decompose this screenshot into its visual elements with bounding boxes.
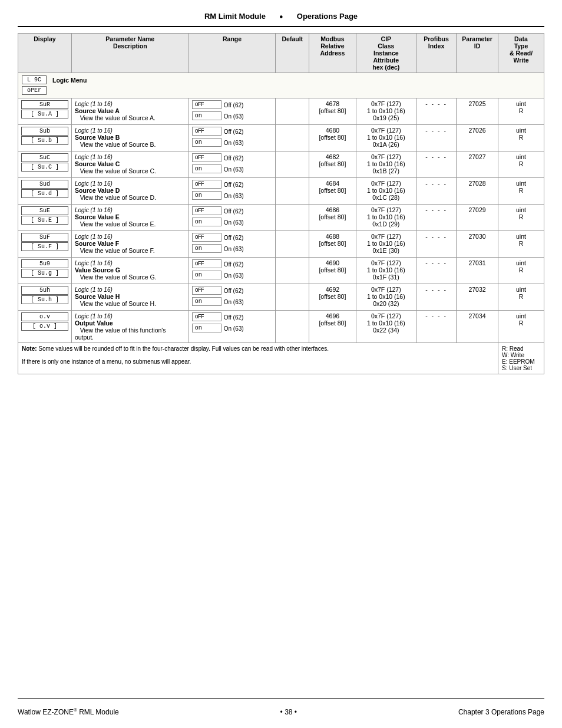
param-cell: Logic (1 to 16)Source Value B View the v… [71, 125, 189, 151]
param-logic: Logic (1 to 16) [75, 127, 113, 134]
datatype-cell: uintR [498, 151, 544, 178]
range-on-box: on [192, 244, 222, 253]
param-name: Output Value [75, 319, 113, 327]
range-on-label: On (63) [224, 325, 244, 332]
default-cell [276, 98, 309, 125]
display-top: Sub [21, 127, 68, 136]
display-top: SuF [21, 233, 68, 242]
param-logic: Logic (1 to 16) [75, 286, 113, 293]
range-on-label: On (63) [224, 272, 244, 279]
footer-right: Chapter 3 Operations Page [458, 708, 544, 716]
range-off-label: Off (62) [224, 155, 244, 162]
modbus-cell: 4688[offset 80] [309, 231, 356, 258]
param-cell: Logic (1 to 16)Source Value D View the v… [71, 178, 189, 205]
param-cell: Logic (1 to 16)Source Value C View the v… [71, 151, 189, 178]
table-row: SuC[ Su.C ]Logic (1 to 16)Source Value C… [18, 151, 544, 178]
table-row: 5uh[ Su.h ]Logic (1 to 16)Source Value H… [18, 284, 544, 311]
param-desc: View the value of Source E. [75, 220, 156, 228]
range-cell: oFFOff (62)onOn (63) [189, 258, 276, 284]
display-top: o.v [21, 312, 68, 321]
page-footer: Watlow EZ-ZONE® RML Module • 38 • Chapte… [18, 698, 544, 716]
range-off-box: oFF [192, 259, 222, 268]
display-top: SuC [21, 153, 68, 162]
section-display: L 9C oPEr [22, 75, 47, 95]
range-on-label: On (63) [224, 113, 244, 120]
param-desc: View the value of this function's output… [75, 327, 166, 341]
cip-cell: 0x7F (127)1 to 0x10 (16)0x1B (27) [356, 151, 416, 178]
param-cell: Logic (1 to 16)Output Value View the val… [71, 311, 189, 343]
range-cell: oFFOff (62)onOn (63) [189, 178, 276, 205]
header-display: Display [18, 34, 72, 73]
param-logic: Logic (1 to 16) [75, 101, 113, 107]
modbus-cell: 4686[offset 80] [309, 205, 356, 231]
param-name: Source Value D [75, 187, 120, 194]
table-row: SuF[ Su.F ]Logic (1 to 16)Source Value F… [18, 231, 544, 258]
range-off-box: oFF [192, 233, 222, 242]
default-cell [276, 231, 309, 258]
display-bot: [ Su.b ] [21, 136, 68, 145]
display-cell: SuE[ Su.E ] [18, 205, 72, 231]
table-row: o.v[ o.v ]Logic (1 to 16)Output Value Vi… [18, 311, 544, 343]
display-top: SuR [21, 100, 68, 109]
param-name: Source Value E [75, 213, 120, 220]
display-cell: Sub[ Su.b ] [18, 125, 72, 151]
paramid-cell: 27031 [457, 258, 498, 284]
note-right-text: R: Read W: Write E: EEPROM S: User Set [498, 343, 544, 374]
range-on-label: On (63) [224, 246, 244, 252]
range-cell: oFFOff (62)onOn (63) [189, 205, 276, 231]
table-row: Sud[ Su.d ]Logic (1 to 16)Source Value D… [18, 178, 544, 205]
section-display-bot: oPEr [22, 86, 47, 95]
range-off-label: Off (62) [224, 182, 244, 188]
range-off-label: Off (62) [224, 235, 244, 241]
range-on-label: On (63) [224, 219, 244, 226]
range-off-label: Off (62) [224, 102, 244, 108]
profibus-cell: - - - - [416, 205, 456, 231]
display-cell: SuC[ Su.C ] [18, 151, 72, 178]
display-bot: [ Su.g ] [21, 269, 68, 278]
range-on-label: On (63) [224, 140, 244, 146]
modbus-cell: 4690[offset 80] [309, 258, 356, 284]
range-off-box: oFF [192, 127, 222, 136]
range-on-box: on [192, 271, 222, 279]
param-logic: Logic (1 to 16) [75, 154, 113, 160]
param-name: Source Value C [75, 160, 120, 167]
range-off-box: oFF [192, 100, 222, 109]
display-bot: [ Su.A ] [21, 110, 68, 118]
display-bot: [ Su.E ] [21, 216, 68, 225]
modbus-cell: 4678[offset 80] [309, 98, 356, 125]
cip-cell: 0x7F (127)1 to 0x10 (16)0x1D (29) [356, 205, 416, 231]
param-cell: Logic (1 to 16)Source Value A View the v… [71, 98, 189, 125]
default-cell [276, 311, 309, 343]
range-off-label: Off (62) [224, 314, 244, 321]
cip-cell: 0x7F (127)1 to 0x10 (16)0x1C (28) [356, 178, 416, 205]
modbus-cell: 4692[offset 80] [309, 284, 356, 311]
modbus-cell: 4696[offset 80] [309, 311, 356, 343]
display-cell: SuR[ Su.A ] [18, 98, 72, 125]
cip-cell: 0x7F (127)1 to 0x10 (16)0x1F (31) [356, 258, 416, 284]
datatype-cell: uintR [498, 125, 544, 151]
display-bot: [ o.v ] [21, 322, 68, 331]
default-cell [276, 258, 309, 284]
range-cell: oFFOff (62)onOn (63) [189, 125, 276, 151]
range-on-box: on [192, 218, 222, 226]
param-desc: View the value of Source H. [75, 300, 156, 307]
range-on-box: on [192, 191, 222, 200]
range-on-label: On (63) [224, 193, 244, 199]
display-top: 5u9 [21, 259, 68, 268]
paramid-cell: 27034 [457, 311, 498, 343]
datatype-cell: uintR [498, 98, 544, 125]
profibus-cell: - - - - [416, 125, 456, 151]
range-on-label: On (63) [224, 299, 244, 305]
range-off-box: oFF [192, 312, 222, 321]
paramid-cell: 27027 [457, 151, 498, 178]
range-off-label: Off (62) [224, 208, 244, 215]
range-off-box: oFF [192, 206, 222, 215]
profibus-cell: - - - - [416, 258, 456, 284]
datatype-cell: uintR [498, 311, 544, 343]
display-bot: [ Su.h ] [21, 295, 68, 304]
param-name: Source Value H [75, 293, 120, 300]
param-cell: Logic (1 to 16)Source Value H View the v… [71, 284, 189, 311]
param-desc: View the value of Source G. [75, 274, 157, 281]
header-range: Range [189, 34, 276, 73]
display-bot: [ Su.C ] [21, 163, 68, 172]
